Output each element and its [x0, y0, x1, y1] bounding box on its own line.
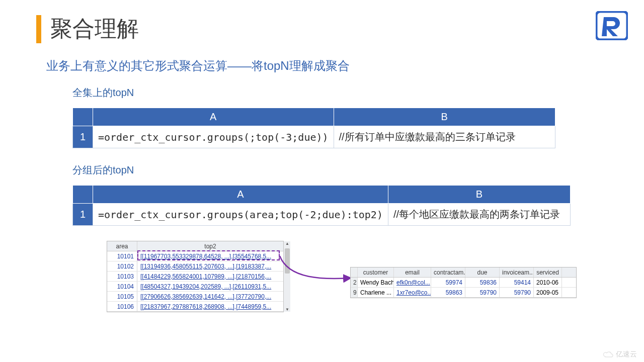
cell-customer: Charlene ...: [358, 288, 394, 297]
cell-invoiceam: 59790: [500, 288, 534, 297]
col-header-top2: top2: [137, 241, 283, 251]
cell-contractam: 59863: [431, 288, 465, 297]
cell-invoiceam: 59414: [500, 278, 534, 287]
section-1-label: 全集上的topN: [72, 86, 608, 100]
table-row: 10101[[11967703,553329878,64528, ...],[3…: [107, 251, 283, 261]
cell-a1: =order_ctx_cursor.groups(area;top(-2;due…: [93, 204, 388, 226]
th-a: A: [93, 108, 334, 126]
cell-due: 59790: [465, 288, 500, 297]
cell-serviced: 2009-05: [534, 288, 562, 297]
cell-top2: [[21837967,297887618,268908, ...],[74489…: [137, 302, 283, 311]
table-row: 10103[[41484229,565824001,107989, ...],[…: [107, 272, 283, 282]
cell-a1: =order_ctx_cursor.groups(;top(-3;due)): [93, 126, 334, 148]
cell-top2: [[13194936,458055115,207603, ...],[19183…: [137, 261, 283, 271]
col-header-idx: [351, 267, 358, 277]
cell-due: 59836: [465, 278, 500, 287]
result-grid-left: area top2 10101[[11967703,553329878,6452…: [107, 241, 284, 312]
cell-b1: //所有订单中应缴款最高的三条订单记录: [334, 126, 555, 148]
code-table-2: A B 1 =order_ctx_cursor.groups(area;top(…: [72, 185, 571, 226]
col-header-customer: customer: [358, 267, 394, 277]
col-header-contractam: contractam...: [431, 267, 465, 277]
cell-email: 1xr7eo@co...: [394, 288, 431, 297]
th-b: B: [334, 108, 555, 126]
col-header-due: due: [465, 267, 500, 277]
cell-index: 9: [351, 288, 358, 297]
cell-top2: [[27906626,385692639,141642, ...],[37720…: [137, 292, 283, 301]
cell-area: 10104: [107, 282, 137, 291]
title-accent-bar: [36, 15, 41, 43]
cell-b1: //每个地区应缴款最高的两条订单记录: [388, 204, 570, 226]
watermark: 亿速云: [603, 350, 637, 359]
col-header-serviced: serviced: [534, 267, 562, 277]
slide-subtitle: 业务上有意义的其它形式聚合运算——将topN理解成聚合: [46, 58, 608, 74]
table-row: 9Charlene ...1xr7eo@co...598635979059790…: [351, 288, 576, 298]
th-b: B: [388, 186, 570, 204]
cell-serviced: 2010-06: [534, 278, 562, 287]
connector-arrow: [274, 252, 359, 287]
table-row: 10106[[21837967,297887618,268908, ...],[…: [107, 302, 283, 312]
cell-top2: [[48504327,19439204,202589, ...],[261109…: [137, 282, 283, 291]
svg-rect-0: [596, 12, 627, 40]
cell-area: 10106: [107, 302, 137, 311]
cell-area: 10102: [107, 261, 137, 271]
code-table-1: A B 1 =order_ctx_cursor.groups(;top(-3;d…: [72, 108, 555, 148]
cell-area: 10101: [107, 251, 137, 261]
cell-area: 10105: [107, 292, 137, 301]
cell-top2: [[41484229,565824001,107989, ...],[21870…: [137, 272, 283, 281]
cell-index: 2: [351, 278, 358, 287]
th-a: A: [93, 186, 388, 204]
table-row: 2Wendy Bachefk0n@col...59974598365941420…: [351, 278, 576, 288]
th-corner: [73, 108, 93, 126]
rownum: 1: [73, 204, 93, 226]
th-corner: [73, 186, 93, 204]
cell-customer: Wendy Bach: [358, 278, 394, 287]
table-row: 10102[[13194936,458055115,207603, ...],[…: [107, 261, 283, 272]
slide-title: 聚合理解: [50, 14, 139, 44]
table-row: 10105[[27906626,385692639,141642, ...],[…: [107, 292, 283, 302]
brand-logo: [596, 11, 628, 40]
table-row: 10104[[48504327,19439204,202589, ...],[2…: [107, 282, 283, 292]
col-header-invoiceam: invoiceam...: [500, 267, 534, 277]
cell-area: 10103: [107, 272, 137, 281]
result-grid-right: customer email contractam... due invoice…: [350, 267, 577, 298]
cell-contractam: 59974: [431, 278, 465, 287]
col-header-area: area: [107, 241, 137, 251]
rownum: 1: [73, 126, 93, 148]
section-2-label: 分组后的topN: [72, 163, 608, 177]
result-area: area top2 10101[[11967703,553329878,6452…: [72, 241, 608, 326]
col-header-email: email: [394, 267, 431, 277]
cell-top2: [[11967703,553329878,64528, ...],[355457…: [137, 251, 283, 261]
cell-email: efk0n@col...: [394, 278, 431, 287]
